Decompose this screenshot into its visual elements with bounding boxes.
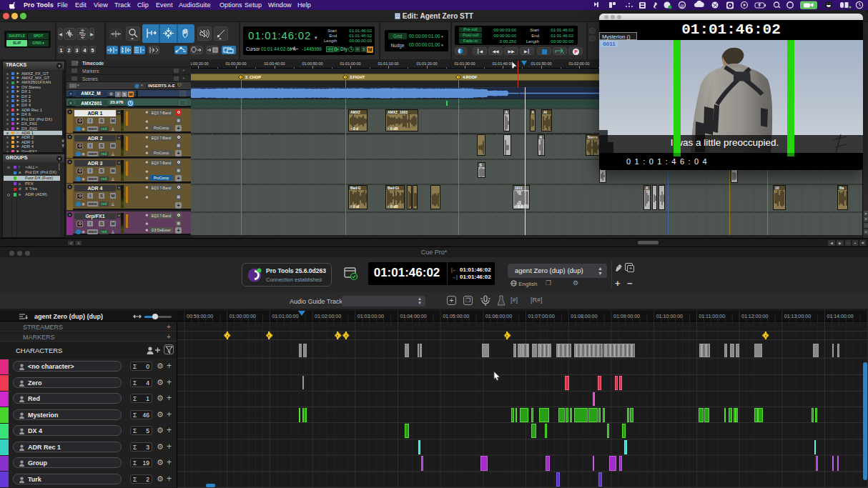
svg-text:@: @ [680,4,684,8]
